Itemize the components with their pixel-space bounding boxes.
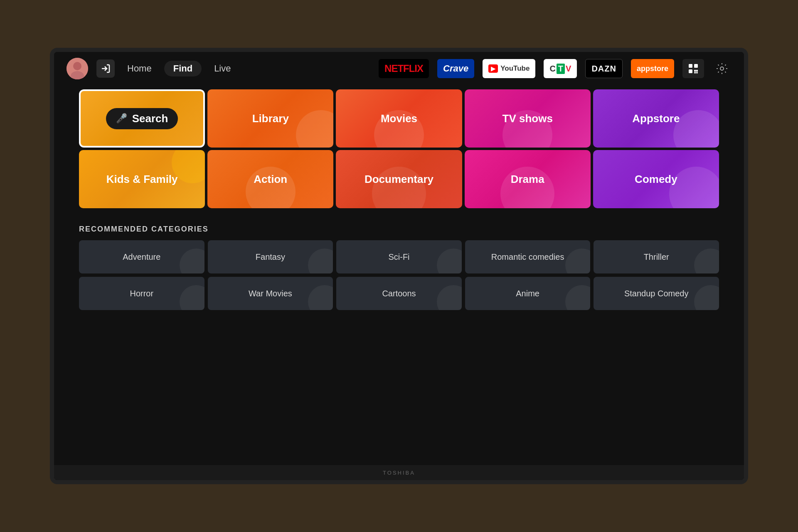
- category-grid: 🎤 Search Library Movies TV shows: [79, 89, 719, 208]
- library-label: Library: [252, 112, 289, 125]
- search-tile[interactable]: 🎤 Search: [79, 89, 205, 148]
- youtube-play-icon: ▶: [488, 64, 498, 73]
- rec-adventure-label: Adventure: [123, 252, 160, 262]
- tv-screen: Home Find Live NETFLIX Crave ▶ YouTube C: [54, 52, 744, 480]
- crave-logo[interactable]: Crave: [437, 59, 474, 78]
- rec-romantic-comedies-label: Romantic comedies: [491, 252, 564, 262]
- rec-tile-anime[interactable]: Anime: [465, 277, 591, 310]
- appstore-nav-logo[interactable]: appstore: [631, 59, 674, 78]
- rec-tile-cartoons[interactable]: Cartoons: [336, 277, 462, 310]
- appstore-label: Appstore: [632, 112, 680, 125]
- avatar[interactable]: [66, 58, 88, 79]
- rec-tile-adventure[interactable]: Adventure: [79, 240, 204, 273]
- ctv-c: C: [549, 64, 555, 74]
- rec-tile-fantasy[interactable]: Fantasy: [208, 240, 333, 273]
- search-label: Search: [132, 112, 168, 125]
- svg-rect-7: [694, 70, 696, 72]
- rec-tile-scifi[interactable]: Sci-Fi: [336, 240, 462, 273]
- main-content: 🎤 Search Library Movies TV shows: [54, 85, 744, 465]
- comedy-tile[interactable]: Comedy: [593, 150, 719, 208]
- rec-thriller-label: Thriller: [644, 252, 669, 262]
- svg-rect-6: [689, 69, 692, 73]
- youtube-logo[interactable]: ▶ YouTube: [483, 59, 535, 78]
- action-tile[interactable]: Action: [207, 150, 333, 208]
- netflix-logo[interactable]: NETFLIX: [379, 59, 429, 78]
- ctv-logo[interactable]: C T V: [544, 59, 577, 78]
- tv-frame: Home Find Live NETFLIX Crave ▶ YouTube C: [50, 48, 748, 484]
- rec-tile-standup-comedy[interactable]: Standup Comedy: [594, 277, 719, 310]
- recommended-section-title: RECOMMENDED CATEGORIES: [79, 225, 719, 234]
- appstore-nav-label: appstore: [637, 64, 668, 73]
- drama-tile[interactable]: Drama: [465, 150, 591, 208]
- netflix-label: NETFLIX: [384, 63, 423, 74]
- top-nav: Home Find Live NETFLIX Crave ▶ YouTube C: [54, 52, 744, 85]
- documentary-label: Documentary: [365, 173, 433, 186]
- tvshows-tile[interactable]: TV shows: [465, 89, 591, 148]
- svg-point-1: [73, 62, 81, 70]
- svg-rect-4: [689, 64, 692, 68]
- rec-tile-horror[interactable]: Horror: [79, 277, 204, 310]
- appstore-tile[interactable]: Appstore: [593, 89, 719, 148]
- kids-tile[interactable]: Kids & Family: [79, 150, 205, 208]
- recommended-grid: Adventure Fantasy Sci-Fi Romantic comedi…: [79, 240, 719, 310]
- crave-label: Crave: [443, 63, 468, 74]
- rec-tile-thriller[interactable]: Thriller: [594, 240, 719, 273]
- kids-label: Kids & Family: [106, 173, 178, 186]
- drama-label: Drama: [511, 173, 544, 186]
- grid-icon-btn[interactable]: [682, 59, 704, 78]
- ctv-inner: C T V: [549, 64, 571, 74]
- nav-live[interactable]: Live: [210, 61, 235, 76]
- rec-horror-label: Horror: [130, 289, 153, 298]
- search-pill: 🎤 Search: [106, 108, 178, 129]
- rec-fantasy-label: Fantasy: [256, 252, 285, 262]
- tv-brand: TOSHIBA: [383, 470, 415, 476]
- action-label: Action: [254, 173, 287, 186]
- dazn-label: DAZN: [591, 64, 616, 74]
- settings-icon-btn[interactable]: [712, 59, 732, 78]
- tvshows-label: TV shows: [502, 112, 553, 125]
- nav-find[interactable]: Find: [164, 61, 202, 76]
- rec-tile-war-movies[interactable]: War Movies: [208, 277, 333, 310]
- comedy-label: Comedy: [635, 173, 677, 186]
- svg-rect-10: [696, 72, 698, 74]
- svg-rect-8: [696, 70, 698, 72]
- rec-tile-romantic-comedies[interactable]: Romantic comedies: [465, 240, 591, 273]
- rec-standup-comedy-label: Standup Comedy: [624, 289, 689, 298]
- rec-cartoons-label: Cartoons: [382, 289, 416, 298]
- svg-rect-5: [694, 64, 698, 68]
- movies-label: Movies: [381, 112, 417, 125]
- tv-bottom-bar: TOSHIBA: [54, 465, 744, 480]
- svg-point-11: [720, 67, 724, 70]
- dazn-logo[interactable]: DAZN: [585, 59, 623, 78]
- library-tile[interactable]: Library: [207, 89, 333, 148]
- youtube-label: YouTube: [500, 64, 530, 73]
- rec-scifi-label: Sci-Fi: [388, 252, 409, 262]
- sign-in-icon-btn[interactable]: [96, 59, 115, 78]
- ctv-v: V: [566, 64, 571, 74]
- ctv-t: T: [557, 64, 565, 74]
- svg-rect-9: [694, 72, 696, 74]
- nav-home[interactable]: Home: [123, 61, 156, 76]
- microphone-icon: 🎤: [116, 113, 127, 124]
- rec-anime-label: Anime: [516, 289, 539, 298]
- movies-tile[interactable]: Movies: [336, 89, 462, 148]
- documentary-tile[interactable]: Documentary: [336, 150, 462, 208]
- rec-war-movies-label: War Movies: [249, 289, 292, 298]
